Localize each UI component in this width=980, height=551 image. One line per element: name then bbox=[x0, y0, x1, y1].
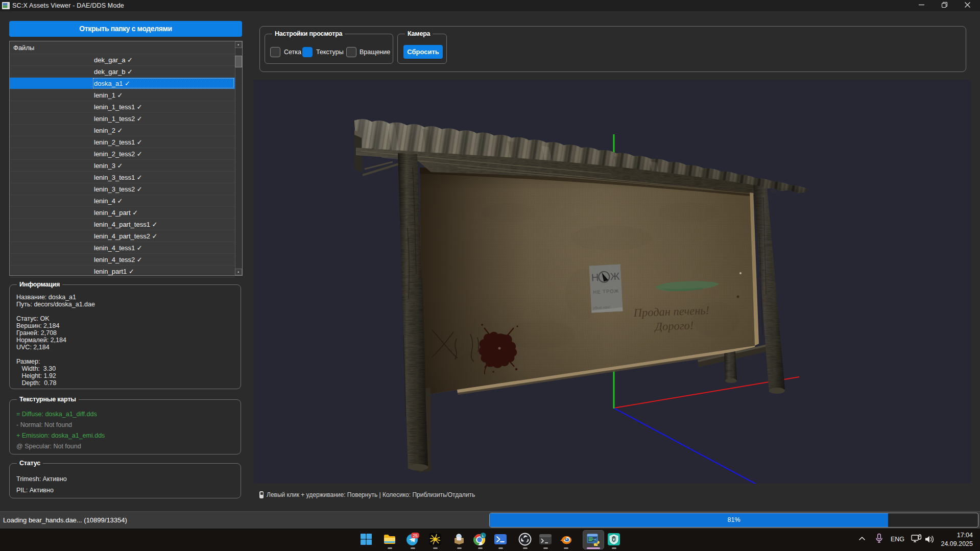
svg-text:Ж: Ж bbox=[610, 271, 620, 282]
svg-text:25: 25 bbox=[413, 533, 418, 538]
svg-text:Дорого!: Дорого! bbox=[654, 319, 694, 333]
svg-text:Н: Н bbox=[591, 272, 599, 283]
svg-text:убью нах!: убью нах! bbox=[593, 305, 610, 310]
svg-text:Продан печень!: Продан печень! bbox=[633, 304, 709, 319]
svg-text:L: L bbox=[482, 534, 485, 538]
